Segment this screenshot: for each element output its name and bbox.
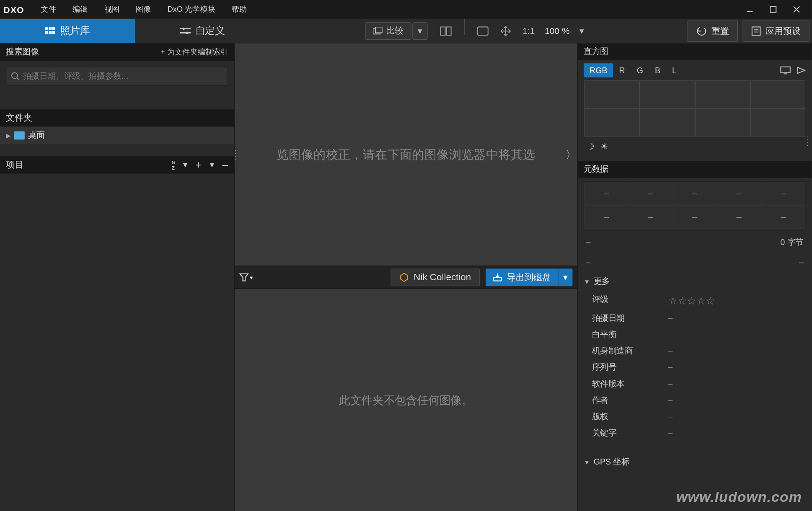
zoom-1to1-button[interactable]: 1:1 — [517, 22, 540, 40]
hist-tab-rgb[interactable]: RGB — [584, 63, 613, 77]
menu-file[interactable]: 文件 — [33, 0, 65, 18]
folders-header: 文件夹 — [0, 109, 234, 126]
export-dropdown[interactable]: ▾ — [558, 268, 572, 286]
right-panel-resize-grip[interactable]: ⋮⋮ — [803, 138, 812, 144]
filter-button[interactable]: ▾ — [239, 273, 253, 282]
expand-icon[interactable]: ▶ — [6, 132, 10, 139]
svg-point-13 — [186, 31, 188, 34]
split-view-button[interactable] — [434, 22, 457, 40]
svg-rect-9 — [52, 31, 55, 34]
window-minimize[interactable] — [738, 0, 761, 19]
rating-row: 评级 ☆☆☆☆☆ — [578, 292, 812, 310]
monitor-icon[interactable] — [780, 66, 791, 75]
search-header: 搜索图像 + 为文件夹编制索引 — [0, 44, 234, 61]
reset-icon — [696, 26, 707, 36]
preset-icon — [751, 26, 760, 36]
compare-icon — [373, 27, 382, 35]
svg-rect-18 — [477, 27, 488, 35]
svg-point-26 — [12, 73, 18, 79]
window-maximize[interactable] — [761, 0, 785, 19]
svg-rect-1 — [770, 6, 776, 12]
folder-icon — [14, 132, 25, 140]
svg-rect-4 — [45, 27, 48, 30]
remove-project-button[interactable]: – — [222, 159, 228, 171]
hist-tab-l[interactable]: L — [666, 63, 683, 77]
svg-rect-17 — [446, 27, 451, 35]
hist-tab-g[interactable]: G — [631, 63, 649, 77]
svg-rect-32 — [781, 67, 790, 73]
sort-button[interactable]: a z — [172, 160, 175, 170]
svg-rect-7 — [45, 31, 48, 34]
svg-line-27 — [17, 78, 19, 80]
menu-view[interactable]: 视图 — [96, 0, 128, 18]
pan-button[interactable] — [495, 22, 516, 40]
window-close[interactable] — [785, 0, 808, 19]
tab-customize[interactable]: 自定义 — [135, 19, 270, 43]
sort-dropdown[interactable]: ▾ — [183, 160, 187, 169]
sliders-icon — [180, 27, 190, 35]
left-panel-grip[interactable]: ⋮⋮ — [235, 152, 239, 157]
svg-marker-34 — [798, 67, 805, 73]
filter-icon — [239, 273, 248, 282]
index-folder-link[interactable]: + 为文件夹编制索引 — [160, 47, 228, 57]
filmstrip-empty: 此文件夹不包含任何图像。 — [235, 289, 577, 511]
highlight-clip-icon[interactable]: ☀ — [600, 141, 608, 152]
apply-preset-button[interactable]: 应用预设 — [742, 21, 809, 41]
zoom-dropdown[interactable]: ▾ — [574, 22, 590, 40]
add-project-button[interactable]: + — [196, 159, 202, 171]
histogram-header: 直方图 — [578, 44, 812, 60]
hist-tab-r[interactable]: R — [613, 63, 631, 77]
menu-edit[interactable]: 编辑 — [64, 0, 96, 18]
rating-stars[interactable]: ☆☆☆☆☆ — [668, 294, 715, 307]
app-logo: DXO — [3, 5, 24, 15]
play-icon[interactable] — [796, 66, 806, 75]
search-input[interactable]: 拍摄日期、评级、拍摄参数... — [6, 67, 228, 86]
compare-button[interactable]: 比较 — [365, 22, 411, 40]
search-icon — [11, 72, 20, 80]
grid-icon — [45, 27, 55, 35]
svg-rect-16 — [440, 27, 445, 35]
gps-section-toggle[interactable]: ▼GPS 坐标 — [578, 452, 812, 472]
hist-tab-b[interactable]: B — [649, 63, 666, 77]
add-dropdown[interactable]: ▾ — [210, 160, 214, 169]
svg-rect-6 — [52, 27, 55, 30]
nik-icon — [400, 273, 409, 282]
menu-image[interactable]: 图像 — [128, 0, 160, 18]
menu-optics[interactable]: DxO 光学模块 — [159, 0, 223, 18]
svg-marker-29 — [401, 273, 408, 281]
zoom-level: 100 % — [541, 26, 573, 36]
tab-library[interactable]: 照片库 — [0, 19, 135, 43]
export-to-disk-button[interactable]: 导出到磁盘 ▾ — [486, 268, 572, 286]
metadata-grid: ––––– ––––– — [584, 181, 806, 230]
dimensions-row: –– — [578, 253, 812, 271]
svg-point-11 — [182, 27, 185, 30]
nik-collection-button[interactable]: Nik Collection — [391, 268, 480, 286]
reset-button[interactable]: 重置 — [688, 21, 738, 41]
main-menu: 文件 编辑 视图 图像 DxO 光学模块 帮助 — [33, 0, 255, 18]
fit-button[interactable] — [471, 22, 494, 40]
svg-marker-28 — [240, 274, 248, 281]
file-size-row: –0 字节 — [578, 233, 812, 253]
menu-help[interactable]: 帮助 — [224, 0, 256, 18]
folder-tree-item-desktop[interactable]: ▶ 桌面 — [0, 126, 234, 144]
svg-rect-15 — [375, 27, 383, 33]
image-viewer: ⋮⋮ 览图像的校正，请在下面的图像浏览器中将其选 〉 — [235, 44, 577, 266]
export-icon — [493, 273, 502, 281]
histogram-display — [584, 80, 806, 137]
svg-rect-8 — [49, 31, 52, 34]
metadata-header: 元数据 — [578, 161, 812, 178]
more-section-toggle[interactable]: ▼更多 — [578, 271, 812, 292]
compare-dropdown[interactable]: ▾ — [412, 22, 427, 40]
svg-rect-5 — [49, 27, 52, 30]
right-panel-grip[interactable]: 〉 — [566, 147, 576, 162]
shadow-clip-icon[interactable]: ☽ — [586, 141, 595, 152]
projects-header: 项目 a z ▾ + ▾ – — [0, 156, 234, 173]
